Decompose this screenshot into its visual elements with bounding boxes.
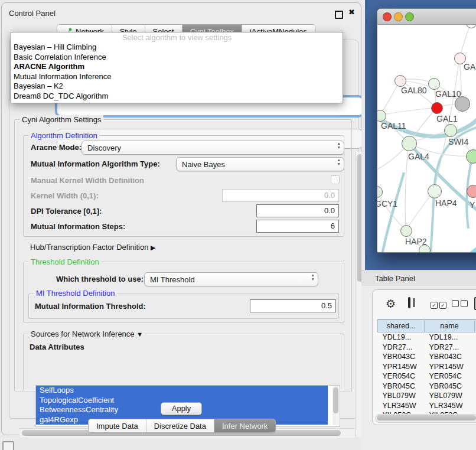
table-cell: YDR27... [378,343,425,353]
table-row[interactable]: YER054CYER054C8. [378,371,476,381]
node-label: SWI4 [448,137,468,146]
table-panel: ⚙ ✓✓ shared...nameA YDL19...YDL19...13YD… [372,289,476,425]
combo-spinner-icon: ▲▼ [337,142,341,149]
select-all-icon[interactable]: ✓✓ [431,300,448,309]
table-cell: YER054C [378,371,425,381]
dropdown-item[interactable]: Dream8 DC_TDC Algorithm [11,92,343,102]
apply-button[interactable]: Apply [161,402,202,415]
table-row[interactable]: YBR045CYBR045C9. [378,381,476,392]
deselect-all-icon[interactable] [452,300,470,309]
aracne-mode-label: Aracne Mode: [31,143,81,152]
hub-definition-toggle[interactable]: Hub/Transcription Factor Definition ▶ [30,243,155,252]
network-node[interactable] [431,102,443,114]
expand-down-icon: ▼ [136,331,143,338]
table-cell: YDR27... [425,343,475,353]
table-cell: YBR045C [425,381,475,392]
node-label: HAP4 [435,198,457,208]
sources-group-title[interactable]: Sources for Network Inference ▼ [28,330,145,338]
mi-threshold-group: MI Threshold Definition Mutual Informati… [28,293,339,319]
column-header[interactable]: name [425,320,475,332]
sources-group: Sources for Network Inference ▼ Data Att… [23,334,344,391]
kernel-width-field[interactable]: 0.0 [222,189,339,202]
table-row[interactable]: YBL079WYBL079W [378,391,476,401]
table-row[interactable]: YPR145WYPR145W9. [378,362,476,372]
algorithm-dropdown-popup: Select algorithm to view settings Bayesi… [11,32,343,103]
mi-steps-label: Mutual Information Steps: [31,222,125,231]
minimized-panel-icon[interactable] [2,441,14,450]
network-node[interactable] [395,75,406,87]
table-cell: YBR045C [378,381,425,392]
table-horizontal-scrollbar[interactable] [375,414,476,423]
threshold-definition-title: Threshold Definition [28,257,102,266]
mi-steps-field[interactable]: 6 [256,220,339,233]
network-node[interactable] [428,78,440,90]
mi-threshold-group-title: MI Threshold Definition [34,289,117,298]
manual-kernel-checkbox[interactable] [331,175,340,184]
table-cell: YDL19... [425,332,475,343]
network-node[interactable] [402,136,417,151]
table-cell: YBR043C [378,352,425,362]
network-desktop: GALGAL80GAL10GAL1GAL11SWI4GAL4GCY1HAP4YH… [365,0,476,270]
table-row[interactable]: YDR27...YDR27...12 [378,343,476,353]
tab-impute-data[interactable]: Impute Data [89,419,146,432]
gear-icon[interactable]: ⚙ [386,297,396,311]
attribute-item[interactable]: SelfLoops [36,386,328,396]
mac-minimize-icon[interactable] [394,12,403,21]
node-label: GAL1 [436,114,458,123]
combo-spinner-icon: ▲▼ [311,273,315,281]
table-row[interactable]: YDL19...YDL19...13 [378,332,476,343]
mi-type-label: Mutual Information Algorithm Type: [31,159,160,168]
table-row[interactable]: YBR043CYBR043C [378,352,476,362]
tab-label: Discretize Data [154,422,206,431]
column-header[interactable]: shared... [378,320,425,332]
tab-label: Infer Network [222,422,268,431]
dpi-tolerance-field[interactable]: 0.0 [256,204,339,217]
network-node[interactable] [467,185,476,198]
mac-zoom-icon[interactable] [405,12,414,21]
threshold-definition-group: Threshold Definition Which threshold to … [23,262,344,323]
which-threshold-label: Which threshold to use: [56,275,144,283]
cyni-settings-group-title: Cyni Algorithm Settings [19,115,103,124]
network-node[interactable] [466,149,476,164]
network-view-window[interactable]: GALGAL80GAL10GAL1GAL11SWI4GAL4GCY1HAP4YH… [377,8,476,253]
node-table[interactable]: shared...nameA YDL19...YDL19...13YDR27..… [377,319,476,420]
which-threshold-combo[interactable]: MI Threshold ▲▼ [144,272,318,286]
close-icon[interactable]: ✖ [348,8,355,17]
attributes-scrollbar[interactable] [332,386,339,425]
algorithm-definition-group: Algorithm Definition Aracne Mode: Discov… [23,135,344,237]
network-window-titlebar[interactable] [377,9,476,25]
mac-close-icon[interactable] [383,12,392,21]
network-node[interactable] [444,124,457,137]
dropdown-item[interactable]: Mutual Information Inference [11,72,343,82]
table-cell: YLR345W [378,401,425,411]
dropdown-item[interactable]: Basic Correlation Inference [11,53,343,63]
table-cell: YPR145W [425,362,475,372]
float-window-icon[interactable] [335,11,343,19]
control-panel-title: Control Panel [9,9,56,18]
right-workspace: GALGAL80GAL10GAL1GAL11SWI4GAL4GCY1HAP4YH… [361,0,476,450]
node-label: GAL [464,62,476,71]
mi-threshold-label: Mutual Information Threshold: [35,302,146,311]
node-label: Y [470,200,475,210]
columns-icon[interactable] [408,297,410,308]
dropdown-item[interactable]: ARACNE Algorithm [11,62,343,72]
mi-threshold-field[interactable]: 0.5 [250,299,336,312]
network-node[interactable] [400,225,412,237]
table-cell: YBL079W [425,391,475,401]
table-cell: YLR345W [425,401,475,411]
table-panel-titlebar: Table Panel [361,270,476,286]
tab-infer-network[interactable]: Infer Network [214,419,275,432]
table-row[interactable]: YLR345WYLR345W9. [378,401,476,411]
tab-label: Impute Data [96,422,138,431]
algorithm-definition-title: Algorithm Definition [28,131,100,140]
dropdown-item[interactable]: Bayesian – K2 [11,81,343,92]
node-label: GAL10 [435,89,461,99]
aracne-mode-combo[interactable]: Discovery ▲▼ [81,141,344,155]
tab-discretize-data[interactable]: Discretize Data [146,419,214,432]
network-canvas[interactable]: GALGAL80GAL10GAL1GAL11SWI4GAL4GCY1HAP4YH… [377,25,476,252]
dropdown-item[interactable]: Bayesian – Hill Climbing [11,43,343,53]
combo-spinner-icon: ▲▼ [337,158,341,166]
mi-type-combo[interactable]: Naive Bayes ▲▼ [176,157,344,171]
network-node[interactable] [428,184,442,198]
node-label: GAL11 [381,121,406,131]
